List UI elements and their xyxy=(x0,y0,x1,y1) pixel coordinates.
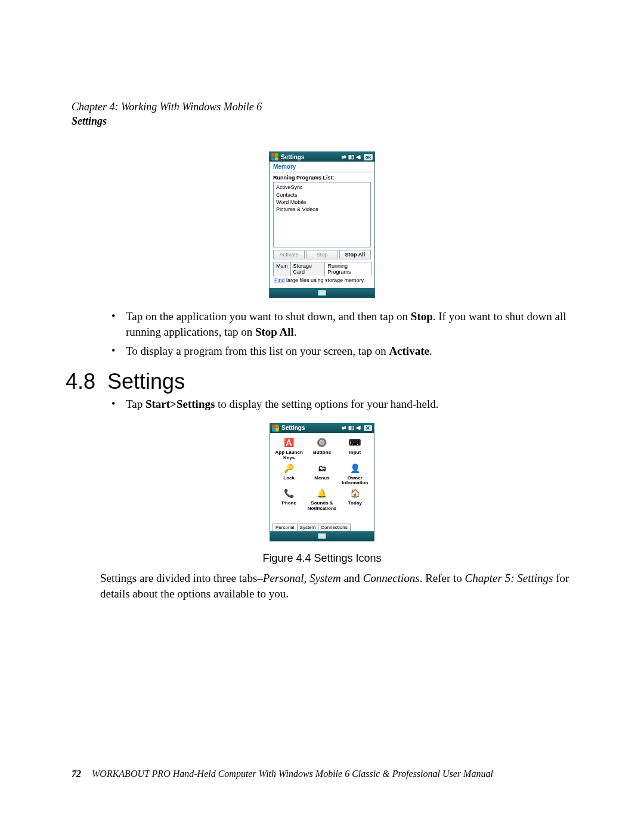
find-link[interactable]: Find xyxy=(274,277,285,283)
bold-text: Stop xyxy=(411,310,433,323)
running-header-chapter: Chapter 4: Working With Windows Mobile 6 xyxy=(72,100,572,114)
hint-text: large files using storage memory. xyxy=(285,277,365,283)
app-label: Today xyxy=(339,501,371,506)
app-launch-keys-icon: 🅰️ xyxy=(283,436,296,450)
settings-app-icon[interactable]: 🔘Buttons xyxy=(305,436,338,461)
bullet-item: Tap Start>Settings to display the settin… xyxy=(104,397,572,412)
stop-all-button[interactable]: Stop All xyxy=(339,250,371,259)
closing-paragraph: Settings are divided into three tabs–Per… xyxy=(100,571,572,601)
signal-icon: ▮▯ xyxy=(348,154,354,160)
instruction-list-1: Tap on the application you want to shut … xyxy=(104,309,572,358)
list-item[interactable]: ActiveSync xyxy=(276,184,368,191)
running-programs-label: Running Programs List: xyxy=(273,175,371,181)
bold-text: Start>Settings xyxy=(145,398,215,410)
app-label: Phone xyxy=(273,501,305,506)
screenshot-memory-running-programs: Settings ⇄ ▮▯ ◀ᵢ ok Memory Running Progr… xyxy=(269,151,375,298)
section-heading: 4.8 Settings xyxy=(66,369,572,394)
app-label: Owner Information xyxy=(339,476,371,487)
text: Tap xyxy=(126,398,145,410)
footer-title: WORKABOUT PRO Hand-Held Computer With Wi… xyxy=(92,769,493,779)
bold-text: Activate xyxy=(389,345,429,357)
list-item[interactable]: Pictures & Videos xyxy=(276,206,368,213)
section-number: 4.8 xyxy=(66,369,95,394)
app-label: Buttons xyxy=(305,450,338,456)
input-icon: ⌨ xyxy=(348,436,361,450)
italic-text: Connections xyxy=(363,572,420,584)
close-button[interactable]: ✕ xyxy=(364,425,372,431)
app-label: Lock xyxy=(273,476,305,481)
connectivity-icon: ⇄ xyxy=(342,425,346,431)
wm-titlebar: Settings ⇄ ▮▯ ◀ᵢ ✕ xyxy=(270,423,374,433)
today-icon: 🏠 xyxy=(348,487,361,500)
keyboard-icon[interactable] xyxy=(318,290,326,296)
settings-app-icon[interactable]: 🏠Today xyxy=(339,487,371,512)
tab-running-programs[interactable]: Running Programs xyxy=(324,262,371,276)
italic-text: Chapter 5: Settings xyxy=(465,572,553,584)
app-label: Sounds & Notifications xyxy=(305,501,338,512)
wm-softbar xyxy=(270,288,374,298)
sounds-notifications-icon: 🔔 xyxy=(315,487,329,500)
memory-tab-label[interactable]: Memory xyxy=(270,162,374,172)
tab-system[interactable]: System xyxy=(297,524,319,531)
text: . Refer to xyxy=(420,572,465,584)
text: To display a program from this list on y… xyxy=(126,345,389,357)
settings-app-icon[interactable]: 👤Owner Information xyxy=(339,462,371,487)
text: . xyxy=(294,326,297,338)
app-label: App Launch Keys xyxy=(273,450,305,461)
settings-app-icon[interactable]: 🔔Sounds & Notifications xyxy=(305,487,338,512)
app-label: Input xyxy=(339,450,371,456)
windows-start-icon xyxy=(271,153,278,160)
page-number: 72 xyxy=(72,769,81,779)
signal-icon: ▮▯ xyxy=(348,425,354,431)
list-item[interactable]: Word Mobile xyxy=(276,199,368,206)
settings-app-icon[interactable]: 📞Phone xyxy=(273,487,305,512)
menus-icon: 🗂 xyxy=(315,462,329,475)
bold-text: Stop All xyxy=(255,326,294,338)
settings-app-icon[interactable]: 🗂Menus xyxy=(305,462,338,487)
wm-softbar xyxy=(270,531,374,541)
bullet-item: Tap on the application you want to shut … xyxy=(104,309,572,339)
text: to display the setting options for your … xyxy=(215,398,438,410)
connectivity-icon: ⇄ xyxy=(342,154,346,160)
storage-hint: Find large files using storage memory. xyxy=(273,276,371,286)
instruction-list-2: Tap Start>Settings to display the settin… xyxy=(104,397,572,412)
activate-button[interactable]: Activate xyxy=(273,250,305,259)
text: Settings are divided into three tabs– xyxy=(100,572,263,584)
figure-caption: Figure 4.4 Settings Icons xyxy=(72,552,572,565)
tab-main[interactable]: Main xyxy=(273,262,291,276)
wm-title: Settings xyxy=(281,154,339,160)
settings-app-icon[interactable]: 🔑Lock xyxy=(273,462,305,487)
wm-titlebar: Settings ⇄ ▮▯ ◀ᵢ ok xyxy=(270,152,374,162)
wm-status-icons: ⇄ ▮▯ ◀ᵢ xyxy=(342,425,361,431)
bullet-item: To display a program from this list on y… xyxy=(104,343,572,359)
section-title: Settings xyxy=(107,369,185,394)
owner-information-icon: 👤 xyxy=(348,462,361,475)
tab-storage-card[interactable]: Storage Card xyxy=(290,262,326,276)
tab-connections[interactable]: Connections xyxy=(318,524,350,531)
settings-app-icon[interactable]: 🅰️App Launch Keys xyxy=(273,436,305,461)
list-item[interactable]: Contacts xyxy=(276,191,368,199)
keyboard-icon[interactable] xyxy=(318,533,326,539)
volume-icon: ◀ᵢ xyxy=(356,425,361,431)
stop-button[interactable]: Stop xyxy=(306,250,338,259)
running-programs-listbox[interactable]: ActiveSync Contacts Word Mobile Pictures… xyxy=(273,182,371,247)
page-footer: 72 WORKABOUT PRO Hand-Held Computer With… xyxy=(72,769,572,779)
tab-personal[interactable]: Personal xyxy=(273,524,298,531)
screenshot-settings-icons: Settings ⇄ ▮▯ ◀ᵢ ✕ 🅰️App Launch Keys🔘But… xyxy=(270,423,374,541)
volume-icon: ◀ᵢ xyxy=(356,154,361,160)
settings-app-icon[interactable]: ⌨Input xyxy=(339,436,371,461)
phone-icon: 📞 xyxy=(283,487,296,500)
text: and xyxy=(341,572,363,584)
wm-status-icons: ⇄ ▮▯ ◀ᵢ xyxy=(342,154,361,160)
windows-start-icon xyxy=(272,425,279,432)
lock-icon: 🔑 xyxy=(283,462,296,475)
text: . xyxy=(429,345,432,357)
app-label: Menus xyxy=(305,476,338,481)
ok-button[interactable]: ok xyxy=(364,154,373,160)
wm-title: Settings xyxy=(281,425,339,431)
settings-icon-grid: 🅰️App Launch Keys🔘Buttons⌨Input🔑Lock🗂Men… xyxy=(270,433,374,524)
text: Tap on the application you want to shut … xyxy=(126,310,411,323)
buttons-icon: 🔘 xyxy=(315,436,329,450)
running-header-section: Settings xyxy=(72,115,572,128)
italic-text: Personal, System xyxy=(263,572,341,584)
